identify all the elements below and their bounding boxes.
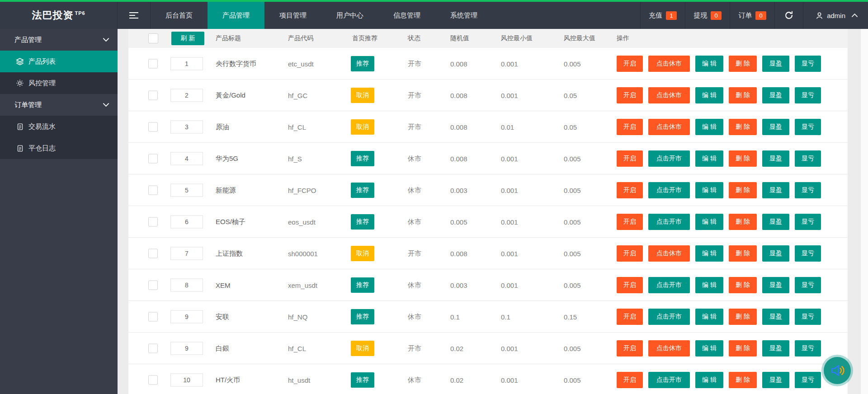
- refresh-table-button[interactable]: 刷 新: [171, 32, 204, 45]
- recommend-toggle-button[interactable]: 推荐: [351, 183, 374, 198]
- open-button[interactable]: 开启: [617, 245, 643, 262]
- show-win-button[interactable]: 显盈: [762, 56, 789, 72]
- open-button[interactable]: 开启: [617, 214, 643, 230]
- show-loss-button[interactable]: 显亏: [795, 119, 821, 135]
- sort-order-input[interactable]: [170, 57, 203, 70]
- withdraw-stat[interactable]: 提现 0: [685, 2, 730, 29]
- row-checkbox[interactable]: [148, 90, 158, 100]
- sidebar-group-orders[interactable]: 订单管理: [0, 94, 118, 116]
- toggle-market-button[interactable]: 点击休市: [648, 87, 690, 103]
- show-loss-button[interactable]: 显亏: [795, 150, 821, 167]
- select-all-checkbox[interactable]: [148, 33, 158, 43]
- sidebar-group-products[interactable]: 产品管理: [0, 29, 118, 51]
- show-loss-button[interactable]: 显亏: [795, 309, 821, 325]
- toggle-market-button[interactable]: 点击开市: [648, 372, 690, 388]
- toggle-market-button[interactable]: 点击开市: [648, 214, 690, 230]
- sort-order-input[interactable]: [170, 342, 203, 355]
- sort-order-input[interactable]: [170, 183, 203, 197]
- show-win-button[interactable]: 显盈: [762, 245, 789, 262]
- recommend-toggle-button[interactable]: 推荐: [351, 277, 374, 293]
- user-menu[interactable]: admin: [803, 2, 862, 29]
- delete-button[interactable]: 删 除: [729, 182, 757, 198]
- page-scrollbar[interactable]: [860, 29, 868, 394]
- edit-button[interactable]: 编 辑: [695, 245, 723, 262]
- edit-button[interactable]: 编 辑: [695, 372, 723, 388]
- show-win-button[interactable]: 显盈: [762, 182, 789, 198]
- orders-stat[interactable]: 订单 0: [730, 2, 774, 29]
- open-button[interactable]: 开启: [617, 87, 643, 103]
- sound-toggle-button[interactable]: [824, 357, 851, 384]
- show-loss-button[interactable]: 显亏: [795, 87, 821, 103]
- recharge-stat[interactable]: 充值 1: [640, 2, 685, 29]
- show-loss-button[interactable]: 显亏: [795, 245, 821, 262]
- row-checkbox[interactable]: [148, 343, 158, 353]
- open-button[interactable]: 开启: [617, 150, 643, 167]
- delete-button[interactable]: 删 除: [729, 87, 757, 103]
- row-checkbox[interactable]: [148, 217, 158, 226]
- open-button[interactable]: 开启: [617, 182, 643, 198]
- sidebar-item-product-list[interactable]: 产品列表: [0, 51, 118, 72]
- nav-item-projects[interactable]: 项目管理: [264, 2, 321, 29]
- sidebar-item-trade-flow[interactable]: 交易流水: [0, 116, 118, 137]
- sort-order-input[interactable]: [170, 310, 203, 323]
- show-loss-button[interactable]: 显亏: [795, 372, 821, 388]
- show-win-button[interactable]: 显盈: [762, 214, 789, 230]
- delete-button[interactable]: 删 除: [729, 150, 757, 167]
- row-checkbox[interactable]: [148, 122, 158, 131]
- delete-button[interactable]: 删 除: [729, 277, 757, 293]
- sort-order-input[interactable]: [170, 120, 203, 133]
- open-button[interactable]: 开启: [617, 56, 643, 72]
- row-checkbox[interactable]: [148, 375, 158, 385]
- open-button[interactable]: 开启: [617, 372, 643, 388]
- row-checkbox[interactable]: [148, 59, 158, 68]
- sidebar-item-risk-control[interactable]: 风控管理: [0, 72, 118, 94]
- sort-order-input[interactable]: [170, 215, 203, 228]
- toggle-market-button[interactable]: 点击休市: [648, 56, 690, 72]
- delete-button[interactable]: 删 除: [729, 119, 757, 135]
- sort-order-input[interactable]: [170, 278, 203, 291]
- edit-button[interactable]: 编 辑: [695, 56, 723, 72]
- toggle-market-button[interactable]: 点击开市: [648, 150, 690, 167]
- show-loss-button[interactable]: 显亏: [795, 182, 821, 198]
- show-win-button[interactable]: 显盈: [762, 309, 789, 325]
- delete-button[interactable]: 删 除: [729, 56, 757, 72]
- recommend-toggle-button[interactable]: 推荐: [351, 151, 374, 166]
- toggle-market-button[interactable]: 点击休市: [648, 119, 690, 135]
- show-loss-button[interactable]: 显亏: [795, 214, 821, 230]
- toggle-market-button[interactable]: 点击开市: [648, 309, 690, 325]
- show-win-button[interactable]: 显盈: [762, 372, 789, 388]
- show-win-button[interactable]: 显盈: [762, 277, 789, 293]
- nav-item-products[interactable]: 产品管理: [208, 2, 264, 29]
- row-checkbox[interactable]: [148, 185, 158, 195]
- recommend-toggle-button[interactable]: 取消: [351, 246, 374, 261]
- sort-order-input[interactable]: [170, 89, 203, 102]
- open-button[interactable]: 开启: [617, 309, 643, 325]
- edit-button[interactable]: 编 辑: [695, 214, 723, 230]
- open-button[interactable]: 开启: [617, 277, 643, 293]
- edit-button[interactable]: 编 辑: [695, 87, 723, 103]
- toggle-market-button[interactable]: 点击休市: [648, 245, 690, 262]
- recommend-toggle-button[interactable]: 推荐: [351, 372, 374, 388]
- open-button[interactable]: 开启: [617, 340, 643, 356]
- show-loss-button[interactable]: 显亏: [795, 56, 821, 72]
- row-checkbox[interactable]: [148, 280, 158, 290]
- recommend-toggle-button[interactable]: 推荐: [351, 56, 374, 71]
- edit-button[interactable]: 编 辑: [695, 182, 723, 198]
- sidebar-collapse-button[interactable]: [118, 2, 151, 29]
- sidebar-item-close-log[interactable]: 平仓日志: [0, 137, 118, 159]
- show-loss-button[interactable]: 显亏: [795, 340, 821, 356]
- recommend-toggle-button[interactable]: 取消: [351, 119, 374, 135]
- row-checkbox[interactable]: [148, 154, 158, 163]
- open-button[interactable]: 开启: [617, 119, 643, 135]
- recommend-toggle-button[interactable]: 推荐: [351, 214, 374, 230]
- delete-button[interactable]: 删 除: [729, 245, 757, 262]
- nav-item-home[interactable]: 后台首页: [151, 2, 208, 29]
- nav-item-info[interactable]: 信息管理: [378, 2, 435, 29]
- toggle-market-button[interactable]: 点击休市: [648, 340, 690, 356]
- sort-order-input[interactable]: [170, 247, 203, 260]
- delete-button[interactable]: 删 除: [729, 372, 757, 388]
- delete-button[interactable]: 删 除: [729, 214, 757, 230]
- refresh-page-button[interactable]: [774, 2, 803, 29]
- edit-button[interactable]: 编 辑: [695, 150, 723, 167]
- row-checkbox[interactable]: [148, 249, 158, 258]
